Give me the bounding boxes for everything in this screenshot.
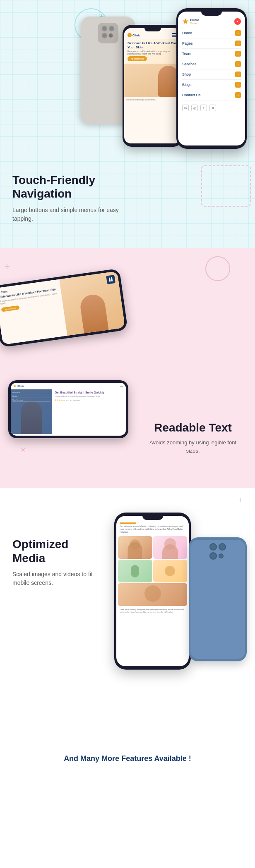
phones-container-3: the release of leterset sheets containin… (98, 504, 255, 732)
menu-item-contact[interactable]: Contact Us › (182, 90, 241, 100)
ls2-desc: Experienced staff is dedicated to improv… (55, 395, 123, 397)
clinic-logo: Clinic (128, 33, 140, 37)
p3-bottom-text: Lorem ipsum is simply dummy text of the … (116, 607, 189, 615)
close-menu-button[interactable]: × (234, 18, 241, 25)
clinic-master-brand: Clinic (190, 19, 199, 22)
landscape-screen-2: Clinic Medical & Health Care Services (11, 383, 126, 436)
instagram-icon[interactable]: ◎ (191, 105, 198, 111)
menu-header: Clinic Master × (178, 16, 245, 26)
ls2-menu-care: Care Services (12, 398, 51, 402)
p3-img-face-1 (118, 536, 152, 559)
clinic-master-text-block: Clinic Master (190, 19, 199, 25)
bottom-text: Skincare routine tips and advice... (124, 97, 181, 103)
hero-title: Skincare is Like A Workout For Your Skin (128, 41, 178, 49)
deco-circle-2 (205, 256, 230, 281)
menu-arrow-shop: › (235, 72, 241, 77)
ls2-logo-star (13, 384, 17, 388)
phones-container-1: Clinic Skincare is Like A Workout For Yo… (77, 0, 255, 174)
social-links: in ◎ f ✕ (178, 102, 245, 114)
p3-notch (142, 516, 163, 520)
section3-description: Scaled images and videos to fit mobile s… (12, 570, 103, 587)
landscape-content: ⚕ Clinic Skincare is Like A Workout For … (0, 279, 67, 345)
pause-btn (106, 275, 115, 284)
logo-star-icon (182, 18, 189, 25)
phone-landscape-2: Clinic Medical & Health Care Services (8, 380, 128, 438)
phone-main3: the release of leterset sheets containin… (114, 513, 191, 670)
p3-bottom-content: Lorem ipsum is simply dummy text of the … (120, 608, 184, 613)
menu-notch (201, 12, 222, 16)
camera-grid (209, 543, 226, 560)
pr3-camera-module (190, 540, 245, 561)
ls2-logo: Clinic (13, 384, 24, 388)
p3-img-scene-1 (118, 560, 152, 582)
phone-right3 (189, 537, 247, 661)
menu-item-services[interactable]: Services › (182, 59, 241, 69)
ls2-header: Clinic (11, 383, 126, 389)
acne-visual (118, 583, 187, 606)
menu-label-pages: Pages (182, 41, 193, 45)
section1-touch-navigation: + × COLLECTIONS (0, 0, 255, 248)
menu-label-home: Home (182, 31, 192, 35)
section1-description: Large buttons and simple menus for easy … (12, 206, 128, 223)
ls2-menu-panel: Medical & Health Care Services (11, 389, 52, 434)
ls2-brand: Clinic (17, 385, 24, 387)
p3-img-scene-2 (153, 560, 188, 582)
menu-screen: Clinic Master × Home › Pag (178, 12, 245, 145)
phone-clinic-app: Clinic Skincare is Like A Workout For Yo… (123, 25, 183, 147)
hamburger-sm (120, 386, 123, 386)
menu-item-home[interactable]: Home › (182, 28, 241, 38)
phone-menu-open: Clinic Master × Home › Pag (176, 8, 247, 149)
pr3-lens-1 (209, 543, 217, 551)
phone-screen-clinic: Clinic Skincare is Like A Workout For Yo… (124, 28, 181, 143)
menu-label-blogs: Blogs (182, 83, 192, 87)
cam-lens-4 (109, 33, 113, 38)
master-text: Master (190, 22, 199, 24)
section1-title: Touch-Friendly Navigation (12, 173, 128, 201)
phone-notch (144, 28, 161, 31)
clinic-text: Clinic (190, 18, 199, 22)
menu-label-team: Team (182, 52, 191, 56)
person-body-2 (162, 544, 178, 559)
twitter-icon[interactable]: ✕ (209, 105, 216, 111)
section3-content: Optimized Media Scaled images and videos… (12, 537, 103, 587)
ls2-menu-medical: Medical & (12, 391, 51, 394)
menu-arrow-contact: › (235, 92, 241, 98)
scene-2 (153, 560, 188, 582)
cam-lens-2 (109, 26, 115, 31)
menu-arrow-pages: › (235, 41, 241, 46)
landscape-btn[interactable]: Appointment (1, 305, 20, 312)
section3-title: Optimized Media (12, 537, 103, 565)
menu-item-pages[interactable]: Pages › (182, 38, 241, 49)
pr3-lens-3 (209, 552, 217, 560)
menu-label-services: Services (182, 62, 197, 66)
p3-badge (120, 522, 136, 524)
p3-image-grid (116, 536, 189, 582)
scene-shape-2 (165, 566, 175, 576)
menu-arrow-home: › (235, 30, 241, 36)
menu-item-team[interactable]: Team › (182, 49, 241, 59)
facebook-icon[interactable]: f (200, 105, 207, 111)
pr3-lens-4 (219, 553, 224, 558)
hero-subtitle: Experienced staff is dedicated to improv… (128, 50, 178, 55)
ls2-menu-health: Health (12, 395, 51, 398)
scene-shape-1 (131, 565, 139, 577)
clinic-master-logo: Clinic Master (182, 18, 199, 25)
phone-right3-screen (190, 540, 245, 659)
menu-item-blogs[interactable]: Blogs › (182, 80, 241, 90)
linkedin-icon[interactable]: in (182, 105, 189, 111)
section2-content: Readable Text Avoids zooming by using le… (143, 421, 243, 455)
section2-description: Avoids zooming by using legible font siz… (143, 439, 243, 455)
menu-arrow-blogs: › (235, 82, 241, 88)
acne-face (144, 585, 161, 602)
p3-img-face-2 (153, 536, 188, 559)
cam-lens-3 (102, 33, 108, 38)
camera-module (102, 26, 115, 38)
nav-menu-items: Home › Pages › Team › Services › (178, 26, 245, 102)
close-icon: × (236, 19, 238, 24)
menu-item-shop[interactable]: Shop › (182, 69, 241, 80)
appointment-button[interactable]: Appointment (128, 56, 147, 61)
landscape-image (59, 271, 125, 336)
ls2-image-area: Medical & Health Care Services (11, 389, 52, 434)
p3-acne-img (118, 583, 187, 606)
menu-arrow-services: › (235, 61, 241, 67)
